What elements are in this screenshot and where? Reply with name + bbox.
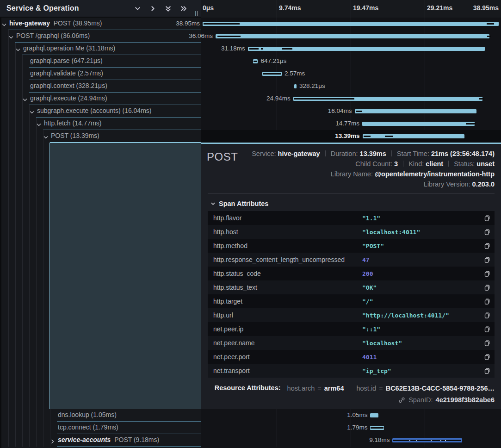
span-tree-row[interactable]: POST /graphql (36.06ms) — [0, 30, 201, 43]
meta-label: Kind: — [408, 160, 426, 168]
span-bar[interactable] — [203, 22, 499, 26]
span-bar[interactable] — [363, 134, 464, 138]
span-bar[interactable] — [262, 72, 282, 76]
timeline-span-row[interactable]: 16.04ms — [201, 105, 501, 118]
tree-chevron[interactable] — [43, 133, 48, 142]
resource-attributes-row[interactable]: Resource Attributes: host.arch=arm64host… — [210, 384, 495, 392]
column-resizer[interactable]: || — [195, 10, 198, 16]
span-tree-row[interactable]: service-accounts POST (9.18ms) — [0, 434, 201, 447]
timeline-span-row[interactable]: 24.94ms — [201, 93, 501, 105]
timeline-span-row[interactable]: 36.06ms — [201, 30, 501, 43]
attribute-value: "POST" — [362, 243, 384, 249]
chevron-right-icon[interactable] — [50, 439, 55, 444]
collapse-all-icon[interactable] — [165, 5, 172, 12]
copy-value-button[interactable] — [483, 284, 491, 291]
span-tree-row[interactable]: subgraph.execute (accounts) (16.04ms) — [0, 105, 201, 118]
timeline-span-row[interactable]: 31.18ms — [201, 43, 501, 55]
chevron-down-icon[interactable] — [37, 123, 41, 127]
copy-value-button[interactable] — [483, 214, 491, 222]
timeline-span-row[interactable]: 1.79ms — [201, 422, 501, 434]
attribute-value: "localhost:4011" — [362, 229, 420, 236]
tree-title: Service & Operation — [6, 4, 79, 12]
span-bar[interactable] — [370, 426, 383, 430]
tree-chevron[interactable] — [16, 46, 20, 54]
span-bar[interactable] — [355, 109, 477, 113]
timeline-span-row[interactable]: 647.21μs — [201, 55, 501, 68]
copy-value-button[interactable] — [483, 242, 491, 249]
chevron-down-icon[interactable] — [30, 110, 34, 115]
span-tree-row[interactable]: graphql.context (328.21μs) — [0, 80, 201, 93]
span-bar[interactable] — [370, 413, 378, 417]
span-tree-row[interactable]: graphql.validate (2.57ms) — [0, 68, 201, 80]
collapse-one-icon[interactable] — [134, 5, 141, 12]
copy-value-button[interactable] — [483, 228, 491, 236]
meta-separator — [325, 150, 326, 156]
timeline-span-row[interactable]: 9.18ms — [201, 434, 501, 447]
span-id-label: SpanID: — [408, 396, 433, 404]
tree-chevron[interactable] — [2, 21, 6, 29]
copy-value-button[interactable] — [483, 311, 491, 319]
copy-value-button[interactable] — [483, 339, 491, 347]
indent-guide — [8, 434, 9, 447]
copy-icon — [483, 228, 491, 236]
copy-value-button[interactable] — [483, 325, 491, 333]
span-tree-row[interactable]: dns.lookup (1.05ms) — [0, 409, 201, 422]
meta-value: client — [426, 160, 443, 168]
span-tree-row[interactable]: graphql.execute (24.94ms) — [0, 93, 201, 105]
attribute-row: http.status_text"OK" — [208, 280, 495, 294]
span-bar[interactable] — [294, 84, 297, 88]
attribute-key: http.host — [213, 228, 362, 236]
meta-value: 0.203.0 — [472, 180, 495, 188]
expand-all-icon[interactable] — [180, 5, 187, 12]
span-tree-row[interactable]: hive-gateway POST (38.95ms) — [0, 18, 201, 30]
span-bar[interactable] — [362, 122, 475, 126]
span-bar[interactable] — [293, 97, 483, 101]
span-bar[interactable] — [248, 47, 485, 51]
span-tree-row[interactable]: http.fetch (14.77ms) — [0, 118, 201, 130]
tree-chevron[interactable] — [9, 33, 13, 42]
timeline-span-row[interactable]: 14.77ms — [201, 118, 501, 130]
left-edge-strip — [0, 0, 1, 448]
chevron-down-icon[interactable] — [23, 98, 27, 102]
span-bar[interactable] — [253, 59, 258, 63]
indent-guide — [29, 118, 30, 130]
copy-value-button[interactable] — [483, 256, 491, 263]
resource-equals: = — [317, 385, 321, 392]
chevron-down-icon[interactable] — [9, 35, 13, 40]
span-tree-row[interactable]: graphql.parse (647.21μs) — [0, 55, 201, 68]
attribute-key: http.method — [213, 242, 362, 249]
attribute-key: http.response_content_length_uncompresse… — [213, 256, 362, 263]
timeline-span-row[interactable]: 38.95ms — [201, 18, 501, 30]
copy-value-button[interactable] — [483, 367, 491, 374]
copy-value-button[interactable] — [483, 353, 491, 361]
timeline-span-row[interactable]: 13.39ms — [201, 130, 501, 143]
indent-guide — [8, 55, 9, 68]
span-bar[interactable] — [216, 34, 490, 38]
tree-chevron[interactable] — [30, 108, 34, 117]
chevron-down-icon[interactable] — [2, 23, 6, 27]
timeline-span-row[interactable]: 1.05ms — [201, 409, 501, 422]
attribute-value: "/" — [362, 298, 373, 305]
span-attributes-toggle[interactable]: Span Attributes — [210, 200, 495, 207]
attribute-key: net.peer.port — [213, 353, 362, 361]
copy-value-button[interactable] — [483, 298, 491, 305]
chevron-down-icon[interactable] — [16, 48, 20, 52]
tree-chevron[interactable] — [50, 437, 55, 446]
indent-guide — [22, 80, 23, 93]
copy-value-button[interactable] — [483, 270, 491, 277]
chevron-down-icon[interactable] — [43, 135, 48, 140]
span-bar[interactable] — [392, 438, 462, 442]
attribute-row: http.url"http://localhost:4011/" — [208, 308, 495, 322]
link-icon[interactable] — [398, 397, 405, 404]
span-tree-row[interactable]: tcp.connect (1.79ms) — [0, 422, 201, 434]
meta-value: unset — [476, 160, 495, 168]
meta-value: @opentelemetry/instrumentation-http — [375, 170, 495, 178]
span-tree-row[interactable]: graphql.operation Me (31.18ms) — [0, 43, 201, 55]
tree-chevron[interactable] — [37, 121, 41, 129]
timeline-span-row[interactable]: 2.57ms — [201, 68, 501, 80]
tree-chevron[interactable] — [23, 96, 27, 104]
attribute-key: http.url — [213, 311, 362, 319]
span-tree-row[interactable]: POST (13.39ms) — [0, 130, 201, 143]
expand-one-icon[interactable] — [149, 5, 156, 12]
timeline-span-row[interactable]: 328.21μs — [201, 80, 501, 93]
